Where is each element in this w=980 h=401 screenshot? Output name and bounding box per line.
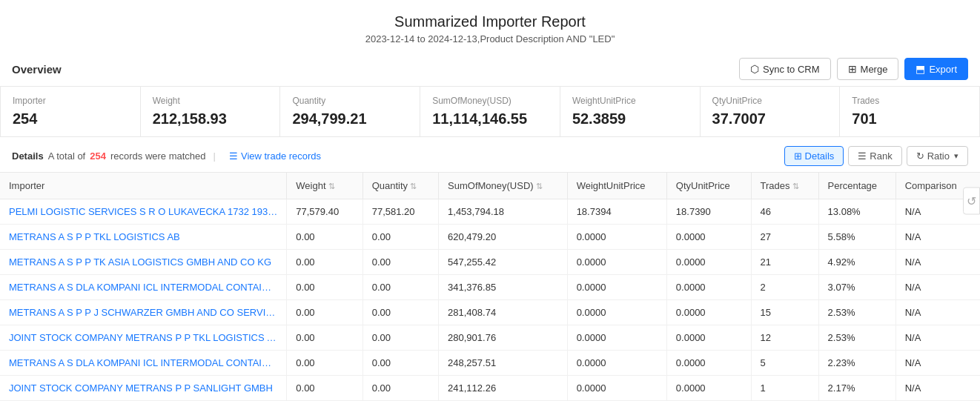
cell-pct: 5.58% bbox=[818, 225, 895, 250]
cell-importer[interactable]: JOINT STOCK COMPANY METRANS P P TKL LOGI… bbox=[0, 325, 287, 351]
cell-sum: 241,112.26 bbox=[439, 376, 568, 401]
table-row: METRANS A S DLA KOMPANI ICL INTERMODAL C… bbox=[0, 351, 980, 376]
details-suffix: records were matched bbox=[110, 150, 206, 162]
cell-qup: 18.7390 bbox=[666, 199, 751, 225]
col-wup: WeightUnitPrice bbox=[567, 173, 666, 199]
cell-trades: 27 bbox=[751, 225, 818, 250]
stat-label: WeightUnitPrice bbox=[572, 96, 688, 106]
sync-icon: ⬡ bbox=[750, 63, 759, 75]
cell-importer[interactable]: JOINT STOCK COMPANY METRANS P P SANLIGHT… bbox=[0, 376, 287, 401]
tab-icon: ☰ bbox=[858, 150, 867, 162]
cell-weight: 0.00 bbox=[287, 250, 362, 275]
cell-pct: 4.92% bbox=[818, 250, 895, 275]
top-actions: ⬡ Sync to CRM ⊞ Merge ⬒ Export bbox=[739, 58, 968, 80]
cell-wup: 18.7394 bbox=[567, 199, 666, 225]
overview-label: Overview bbox=[12, 63, 62, 76]
stat-value: 294,799.21 bbox=[292, 110, 408, 127]
sort-icon: ⇅ bbox=[536, 182, 543, 191]
col-qup: QtyUnitPrice bbox=[666, 173, 751, 199]
cell-qup: 0.0000 bbox=[666, 275, 751, 300]
cell-quantity: 77,581.20 bbox=[362, 199, 438, 225]
right-handle[interactable]: ↺ bbox=[963, 187, 980, 214]
stat-value: 254 bbox=[13, 110, 128, 127]
stat-value: 11,114,146.55 bbox=[432, 110, 548, 127]
top-bar: Overview ⬡ Sync to CRM ⊞ Merge ⬒ Export bbox=[0, 50, 980, 86]
cell-quantity: 0.00 bbox=[362, 376, 438, 401]
details-prefix: A total of bbox=[48, 150, 86, 162]
cell-weight: 0.00 bbox=[287, 275, 362, 300]
col-trades[interactable]: Trades⇅ bbox=[751, 173, 818, 199]
cell-quantity: 0.00 bbox=[362, 300, 438, 325]
stat-value: 701 bbox=[852, 110, 967, 127]
view-tabs: ⊞Details☰Rank↻Ratio▾ bbox=[784, 146, 968, 166]
tab-details[interactable]: ⊞Details bbox=[784, 146, 844, 166]
details-left: Details A total of 254 records were matc… bbox=[12, 150, 321, 162]
tab-icon: ↻ bbox=[916, 150, 924, 162]
cell-quantity: 0.00 bbox=[362, 325, 438, 351]
tab-rank[interactable]: ☰Rank bbox=[848, 146, 901, 166]
details-label: Details bbox=[12, 150, 44, 162]
cell-wup: 0.0000 bbox=[567, 376, 666, 401]
table-row: JOINT STOCK COMPANY METRANS P P SANLIGHT… bbox=[0, 376, 980, 401]
cell-sum: 1,453,794.18 bbox=[439, 199, 568, 225]
cell-importer[interactable]: METRANS A S DLA KOMPANI ICL INTERMODAL C… bbox=[0, 275, 287, 300]
cell-importer[interactable]: METRANS A S P P TKL LOGISTICS AB bbox=[0, 225, 287, 250]
col-quantity[interactable]: Quantity⇅ bbox=[362, 173, 438, 199]
cell-pct: 13.08% bbox=[818, 199, 895, 225]
merge-button[interactable]: ⊞ Merge bbox=[837, 58, 899, 80]
cell-weight: 0.00 bbox=[287, 225, 362, 250]
cell-trades: 1 bbox=[751, 376, 818, 401]
report-title: Summarized Importer Report bbox=[0, 13, 980, 30]
cell-weight: 77,579.40 bbox=[287, 199, 362, 225]
col-label: SumOfMoney(USD) bbox=[448, 180, 534, 191]
stat-card-quantity: Quantity 294,799.21 bbox=[280, 87, 420, 136]
cell-importer[interactable]: METRANS A S DLA KOMPANI ICL INTERMODAL C… bbox=[0, 351, 287, 376]
col-label: Percentage bbox=[828, 180, 878, 191]
tab-ratio[interactable]: ↻Ratio▾ bbox=[907, 146, 968, 166]
col-importer: Importer bbox=[0, 173, 287, 199]
details-bar: Details A total of 254 records were matc… bbox=[0, 137, 980, 173]
cell-trades: 46 bbox=[751, 199, 818, 225]
sync-crm-button[interactable]: ⬡ Sync to CRM bbox=[739, 58, 831, 80]
cell-trades: 5 bbox=[751, 351, 818, 376]
cell-qup: 0.0000 bbox=[666, 351, 751, 376]
stat-card-weightunitprice: WeightUnitPrice 52.3859 bbox=[560, 87, 701, 136]
sort-icon: ⇅ bbox=[792, 182, 799, 191]
export-button[interactable]: ⬒ Export bbox=[904, 58, 968, 80]
cell-pct: 2.23% bbox=[818, 351, 895, 376]
cell-wup: 0.0000 bbox=[567, 351, 666, 376]
cell-qup: 0.0000 bbox=[666, 300, 751, 325]
cell-sum: 280,901.76 bbox=[439, 325, 568, 351]
stat-label: SumOfMoney(USD) bbox=[432, 96, 548, 106]
table-row: METRANS A S P P TK ASIA LOGISTICS GMBH A… bbox=[0, 250, 980, 275]
cell-importer[interactable]: METRANS A S P P J SCHWARZER GMBH AND CO … bbox=[0, 300, 287, 325]
cell-comp: N/A bbox=[895, 275, 980, 300]
cell-weight: 0.00 bbox=[287, 376, 362, 401]
cell-qup: 0.0000 bbox=[666, 325, 751, 351]
col-weight[interactable]: Weight⇅ bbox=[287, 173, 362, 199]
stat-label: Trades bbox=[852, 96, 967, 106]
tab-label: Ratio bbox=[927, 150, 950, 162]
stat-label: Weight bbox=[153, 96, 268, 106]
stat-card-weight: Weight 212,158.93 bbox=[141, 87, 281, 136]
tab-icon: ⊞ bbox=[794, 150, 802, 162]
table-row: METRANS A S DLA KOMPANI ICL INTERMODAL C… bbox=[0, 275, 980, 300]
col-label: Comparison bbox=[905, 180, 957, 191]
cell-quantity: 0.00 bbox=[362, 351, 438, 376]
col-label: QtyUnitPrice bbox=[676, 180, 730, 191]
col-sum[interactable]: SumOfMoney(USD)⇅ bbox=[439, 173, 568, 199]
stats-row: Importer 254 Weight 212,158.93 Quantity … bbox=[0, 86, 980, 137]
view-trade-records-link[interactable]: ☰ View trade records bbox=[229, 150, 321, 162]
stat-card-sumofmoney-usd-: SumOfMoney(USD) 11,114,146.55 bbox=[420, 87, 560, 136]
cell-sum: 281,408.74 bbox=[439, 300, 568, 325]
tab-label: Details bbox=[805, 150, 835, 162]
separator: | bbox=[213, 150, 216, 162]
cell-pct: 2.53% bbox=[818, 300, 895, 325]
cell-wup: 0.0000 bbox=[567, 250, 666, 275]
stat-label: Quantity bbox=[292, 96, 408, 106]
cell-comp: N/A bbox=[895, 225, 980, 250]
cell-comp: N/A bbox=[895, 325, 980, 351]
stat-card-importer: Importer 254 bbox=[1, 87, 141, 136]
cell-importer[interactable]: PELMI LOGISTIC SERVICES S R O LUKAVECKA … bbox=[0, 199, 287, 225]
cell-importer[interactable]: METRANS A S P P TK ASIA LOGISTICS GMBH A… bbox=[0, 250, 287, 275]
